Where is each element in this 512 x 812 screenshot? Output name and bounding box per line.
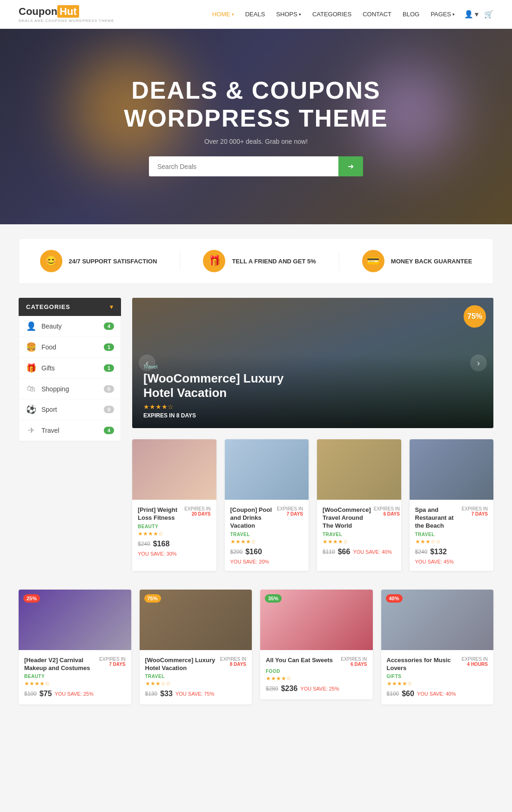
nav-contact[interactable]: CONTACT [363,11,391,18]
gift-icon: 🎁 [203,250,225,272]
expires-label-travel: EXPIRES IN [374,506,400,511]
product-body-travel: [WooCommerce] Travel Around The World EX… [317,500,401,563]
sport-icon: ⚽ [26,404,37,415]
product-body-pool: [Coupon] Pool and Drinks Vacation EXPIRE… [225,500,309,571]
food-icon: 🍔 [26,342,37,352]
product-stars-carnival: ★★★★☆ [24,680,126,687]
expires-label-carnival: EXPIRES IN [99,657,125,662]
product-card-wrap-sweets: 35% All You Can Eat Sweets EXPIRES IN 6 … [260,590,373,705]
cat-badge-shopping: 0 [104,385,114,393]
sidebar-item-sport[interactable]: ⚽ Sport 0 [19,399,121,420]
cat-badge-gifts: 1 [104,364,114,372]
old-price-spa: $240 [415,549,428,555]
sidebar-item-beauty[interactable]: 👤 Beauty 4 [19,316,121,337]
product-grid-row1: [Print] Weight Loss Fitness EXPIRES IN 2… [132,439,493,571]
expires-val-hotel2: 8 DAYS [230,662,246,667]
cat-badge-food: 1 [104,343,114,351]
expires-val-pool: 7 DAYS [287,511,303,517]
old-price-carnival: $100 [24,691,37,697]
product-pricing-fitness: $240 $168 YOU SAVE: 30% [138,540,211,557]
product-pricing-travel: $110 $66 YOU SAVE: 40% [323,548,396,556]
hero-title: DEALS & COUPONS WORDPRESS THEME [124,77,388,133]
product-body-spa: Spa and Restaurant at the Beach EXPIRES … [410,500,494,571]
expires-val-fitness: 20 DAYS [192,511,211,517]
product-stars-travel: ★★★★☆ [323,538,396,545]
nav-home[interactable]: HOME ▾ [212,11,234,18]
nav-blog[interactable]: BLOG [403,11,419,18]
product-img-fitness [132,439,216,500]
expires-val-spa: 7 DAYS [472,511,488,517]
cat-name-beauty: Beauty [41,322,99,330]
new-price-accessories: $60 [402,690,414,698]
beauty-icon: 👤 [26,321,37,331]
sidebar-title: CATEGORIES [26,303,70,310]
product-card-pool: [Coupon] Pool and Drinks Vacation EXPIRE… [225,439,309,571]
nav-shops[interactable]: SHOPS ▾ [276,11,301,18]
product-grid-row2: 25% [Header V2] Carnival Makeup and Cost… [19,590,493,705]
sidebar-header[interactable]: CATEGORIES ▾ [19,298,121,316]
nav-deals[interactable]: DEALS [245,11,265,18]
sidebar-item-gifts[interactable]: 🎁 Gifts 1 [19,358,121,379]
product-title-pool: [Coupon] Pool and Drinks Vacation [230,506,274,530]
product-pricing-sweets: $280 $236 YOU SAVE: 25% [266,684,367,693]
nav-pages[interactable]: PAGES ▾ [431,11,455,18]
cat-name-sport: Sport [41,406,99,413]
support-icon: 😊 [40,250,62,272]
feature-money-text: MONEY BACK GUARANTEE [391,258,472,265]
product-cat-accessories: GIFTS [387,674,488,679]
slider-discount-badge: 75% [464,305,486,328]
shopping-icon: 🛍 [26,384,37,394]
product-cat-hotel2: TRAVEL [145,674,247,679]
sidebar-chevron-icon: ▾ [110,303,114,310]
product-card-accessories: Accessories for Music Lovers EXPIRES IN … [381,590,494,705]
hero-search-bar: ➜ [149,156,363,176]
badge-hotel2: 75% [144,594,161,603]
sidebar-item-food[interactable]: 🍔 Food 1 [19,337,121,358]
money-icon: 💳 [362,250,384,272]
product-pricing-hotel2: $130 $33 YOU SAVE: 75% [145,690,247,698]
new-price-hotel2: $33 [160,690,173,698]
new-price-carnival: $75 [40,690,52,698]
features-bar: 😊 24/7 SUPPORT SATISFACTION 🎁 TELL A FRI… [19,238,493,284]
product-pricing-spa: $240 $132 YOU SAVE: 45% [415,548,488,564]
nav-categories[interactable]: CATEGORIES [312,11,351,18]
logo-suffix: Hut [57,5,79,18]
new-price-spa: $132 [430,548,447,556]
product-title-carnival: [Header V2] Carnival Makeup and Costumes [24,657,96,672]
sidebar: CATEGORIES ▾ 👤 Beauty 4 🍔 Food 1 🎁 Gifts… [19,298,121,571]
slider: 75% ‹ › Travel [WooCommerce] LuxuryHotel… [132,298,493,428]
expires-label-spa: EXPIRES IN [462,506,488,511]
feature-divider-2 [339,252,339,270]
expires-val-accessories: 4 HOURS [467,662,488,667]
product-stars-accessories: ★★★★☆ [387,680,488,687]
product-cat-travel: TRAVEL [323,532,396,537]
expires-label-fitness: EXPIRES IN [184,506,210,511]
cat-badge-beauty: 4 [104,322,114,330]
sidebar-item-shopping[interactable]: 🛍 Shopping 0 [19,379,121,399]
nav-icons: 👤 ▾ 🛒 [464,10,493,19]
product-stars-sweets: ★★★★☆ [266,675,367,682]
product-card-travel: [WooCommerce] Travel Around The World EX… [317,439,401,571]
logo-prefix: Coupon [19,6,57,17]
hero-section: DEALS & COUPONS WORDPRESS THEME Over 20 … [0,29,512,224]
feature-divider-1 [180,252,180,270]
search-input[interactable] [149,156,338,176]
sidebar-item-travel[interactable]: ✈ Travel 4 [19,420,121,441]
user-icon[interactable]: 👤 ▾ [464,10,478,19]
save-spa: YOU SAVE: 45% [415,559,454,564]
logo[interactable]: CouponHut DEALS AND COUPONS WORDPRESS TH… [19,6,114,23]
slider-content: Travel [WooCommerce] LuxuryHotel Vacatio… [132,355,493,428]
product-title-hotel2: [WooCommerce] Luxury Hotel Vacation [145,657,217,672]
new-price-fitness: $168 [153,540,170,548]
save-carnival: YOU SAVE: 25% [54,691,94,697]
cart-icon[interactable]: 🛒 [484,10,493,19]
old-price-hotel2: $130 [145,691,158,697]
product-card-wrap-accessories: 40% Accessories for Music Lovers EXPIRES… [381,590,494,705]
expires-label-accessories: EXPIRES IN [462,657,488,662]
cat-badge-travel: 4 [104,427,114,434]
product-img-travel [317,439,401,500]
expires-val-carnival: 7 DAYS [109,662,125,667]
travel-icon: ✈ [26,425,37,436]
search-button[interactable]: ➜ [338,156,363,176]
old-price-sweets: $280 [266,685,278,692]
